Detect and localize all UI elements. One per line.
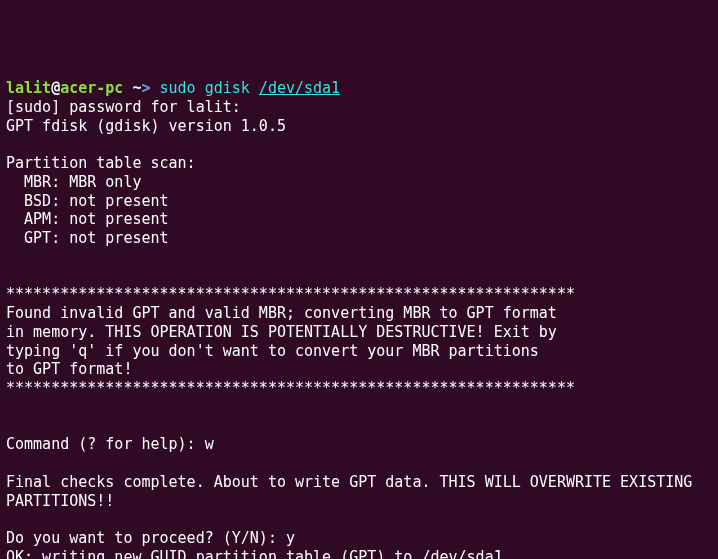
output-line: BSD: not present (6, 192, 169, 210)
prompt-at: @ (51, 79, 60, 97)
output-line: OK; writing new GUID partition table (GP… (6, 548, 512, 559)
output-line: Found invalid GPT and valid MBR; convert… (6, 304, 557, 322)
output-line: PARTITIONS!! (6, 492, 114, 510)
output-line: GPT: not present (6, 229, 169, 247)
output-line: MBR: MBR only (6, 173, 141, 191)
prompt-host: acer-pc (60, 79, 123, 97)
output-line: to GPT format! (6, 360, 132, 378)
output-line: Do you want to proceed? (Y/N): y (6, 529, 295, 547)
output-line: ****************************************… (6, 285, 575, 303)
output-line: GPT fdisk (gdisk) version 1.0.5 (6, 117, 286, 135)
command-sudo: sudo (160, 79, 196, 97)
command-gdisk: gdisk (205, 79, 250, 97)
output-line: Final checks complete. About to write GP… (6, 473, 692, 491)
prompt-arrow: > (141, 79, 159, 97)
prompt-path: ~ (123, 79, 141, 97)
output-line: typing 'q' if you don't want to convert … (6, 342, 539, 360)
terminal-output[interactable]: lalit@acer-pc ~> sudo gdisk /dev/sda1 [s… (6, 79, 712, 559)
command-arg: /dev/sda1 (259, 79, 340, 97)
output-line: [sudo] password for lalit: (6, 98, 241, 116)
output-line: Partition table scan: (6, 154, 196, 172)
output-line: ****************************************… (6, 379, 575, 397)
output-line: in memory. THIS OPERATION IS POTENTIALLY… (6, 323, 557, 341)
output-line: Command (? for help): w (6, 435, 214, 453)
prompt-line-1: lalit@acer-pc ~> sudo gdisk /dev/sda1 (6, 79, 340, 97)
prompt-user: lalit (6, 79, 51, 97)
output-line: APM: not present (6, 210, 169, 228)
